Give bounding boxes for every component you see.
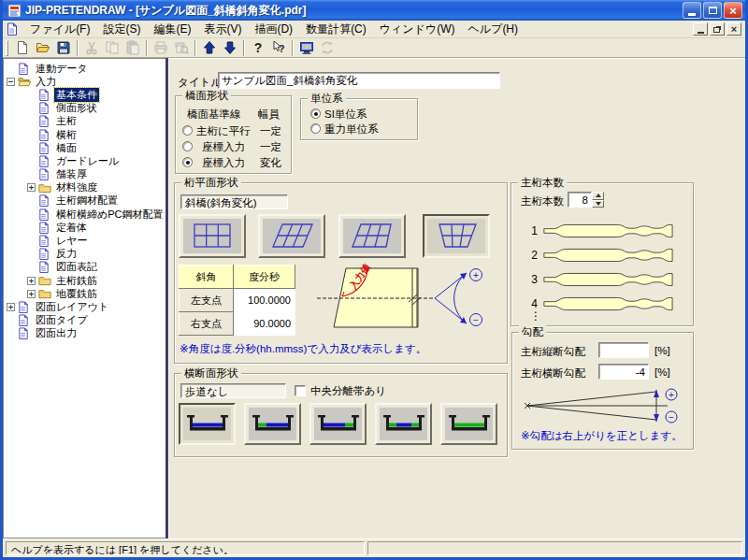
girder-count-input[interactable]: [568, 192, 592, 208]
cross-section-button-0[interactable]: [179, 403, 236, 445]
tree-item-label[interactable]: 地覆鉄筋: [54, 287, 99, 301]
tree-item-label[interactable]: ガードレール: [54, 154, 121, 168]
tree-item-label[interactable]: 連動データ: [34, 62, 90, 76]
tree-item-label[interactable]: 図面表記: [54, 260, 99, 274]
title-input[interactable]: [218, 72, 500, 89]
spinner-down-button[interactable]: [592, 200, 604, 208]
cross-section-button-2[interactable]: [309, 403, 367, 445]
expander-plus-icon[interactable]: +: [27, 183, 36, 192]
tree-item-label[interactable]: 定着体: [54, 221, 89, 235]
tree-item-0[interactable]: 連動データ: [4, 62, 165, 75]
tree-item-label[interactable]: 主桁: [54, 114, 79, 128]
tree-item-label[interactable]: 横桁: [54, 128, 79, 142]
plane-shape-button-0[interactable]: [179, 214, 246, 258]
left-support-value[interactable]: 100.0000: [234, 289, 295, 312]
menu-item-draw[interactable]: 描画(D): [248, 21, 299, 38]
plane-shape-button-2[interactable]: [338, 214, 406, 258]
radio-parallel-label[interactable]: 主桁に平行: [196, 124, 251, 138]
right-support-value[interactable]: 90.0000: [234, 312, 295, 336]
radio-coordinate-constant-label[interactable]: 座標入力: [202, 140, 245, 154]
tree-item-label[interactable]: 横桁横締めPC鋼材配置: [54, 208, 165, 222]
tree-item-15[interactable]: 図面表記: [4, 261, 165, 274]
tree-item-5[interactable]: 横桁: [4, 128, 165, 141]
menu-item-settings[interactable]: 設定(S): [96, 21, 147, 38]
plane-shape-button-1[interactable]: [258, 214, 325, 258]
tree-item-20[interactable]: 図面出力: [4, 327, 165, 340]
tree-item-label[interactable]: 側面形状: [54, 101, 99, 115]
tree-item-label[interactable]: 図面出力: [34, 326, 79, 340]
tree-item-9[interactable]: +材料強度: [4, 181, 165, 194]
maximize-button[interactable]: [703, 2, 722, 19]
menu-item-quantity-calc[interactable]: 数量計算(C): [299, 21, 373, 38]
help-button[interactable]: ?: [248, 39, 268, 57]
save-file-button[interactable]: [53, 39, 74, 57]
expander-plus-icon[interactable]: +: [27, 277, 36, 285]
tree-item-6[interactable]: 橋面: [4, 141, 165, 154]
tree-item-18[interactable]: +図面レイアウト: [4, 300, 165, 313]
tree-item-label[interactable]: 材料強度: [54, 180, 99, 194]
move-up-button[interactable]: [199, 39, 220, 57]
tree-item-4[interactable]: 主桁: [4, 115, 165, 128]
tree-item-17[interactable]: +地覆鉄筋: [4, 287, 165, 300]
tree-item-3[interactable]: 側面形状: [4, 102, 165, 115]
longitudinal-slope-input[interactable]: [598, 342, 649, 358]
close-button[interactable]: ×: [724, 2, 742, 19]
tree-item-label[interactable]: 反力: [54, 247, 79, 261]
transverse-slope-input[interactable]: [598, 364, 649, 380]
menu-item-edit[interactable]: 編集(E): [147, 21, 197, 38]
document-icon[interactable]: [7, 22, 20, 36]
tree-item-1[interactable]: −入力: [4, 75, 165, 88]
radio-parallel-to-girder[interactable]: [182, 125, 193, 136]
menu-item-file[interactable]: ファイル(F): [23, 21, 96, 38]
tree-item-7[interactable]: ガードレール: [4, 154, 165, 167]
tree-item-10[interactable]: 主桁鋼材配置: [4, 194, 165, 208]
expander-plus-icon[interactable]: +: [7, 303, 15, 311]
menu-item-window[interactable]: ウィンドウ(W): [373, 21, 462, 38]
tree-item-label[interactable]: 主桁鉄筋: [54, 274, 99, 288]
tree-item-label[interactable]: 橋面: [54, 141, 79, 155]
tree-item-2[interactable]: 基本条件: [4, 88, 165, 101]
tree-item-12[interactable]: 定着体: [4, 221, 165, 234]
mdi-close-button[interactable]: ×: [726, 22, 741, 36]
tree-item-16[interactable]: +主桁鉄筋: [4, 274, 165, 287]
tree-item-label[interactable]: 図面レイアウト: [34, 300, 110, 314]
mdi-restore-button[interactable]: [710, 22, 725, 36]
tree-item-label[interactable]: レヤー: [54, 234, 90, 248]
tree-item-19[interactable]: 図面タイプ: [4, 314, 165, 327]
tree-item-label[interactable]: 図面タイプ: [34, 313, 90, 327]
context-help-button[interactable]: ?: [268, 39, 289, 57]
expander-minus-icon[interactable]: −: [7, 78, 15, 86]
new-file-button[interactable]: [12, 39, 33, 57]
median-strip-checkbox[interactable]: [295, 385, 306, 396]
median-strip-label[interactable]: 中央分離帯あり: [310, 384, 386, 398]
radio-coordinate-varying-label[interactable]: 座標入力: [202, 156, 245, 170]
radio-si-units-label[interactable]: SI単位系: [324, 108, 367, 122]
plane-shape-button-3[interactable]: [423, 214, 490, 258]
open-file-button[interactable]: [33, 39, 53, 57]
mdi-minimize-button[interactable]: [693, 22, 708, 36]
radio-coordinate-constant[interactable]: [182, 141, 193, 151]
radio-si-units[interactable]: [310, 108, 321, 119]
radio-gravity-units[interactable]: [310, 123, 321, 134]
tree-item-label[interactable]: 主桁鋼材配置: [54, 194, 120, 208]
display-settings-button[interactable]: [296, 39, 317, 57]
menu-item-view[interactable]: 表示(V): [197, 21, 248, 38]
spinner-up-button[interactable]: [592, 192, 604, 200]
expander-plus-icon[interactable]: +: [27, 290, 36, 298]
cross-section-button-4[interactable]: [440, 403, 497, 445]
menu-item-help[interactable]: ヘルプ(H): [462, 21, 525, 38]
tree-item-11[interactable]: 横桁横締めPC鋼材配置: [4, 208, 165, 221]
cross-section-button-1[interactable]: [244, 403, 301, 445]
tree-item-13[interactable]: レヤー: [4, 234, 165, 247]
move-down-button[interactable]: [220, 39, 240, 57]
tree-item-label[interactable]: 基本条件: [54, 88, 99, 102]
tree-item-14[interactable]: 反力: [4, 248, 165, 261]
radio-coordinate-varying[interactable]: [182, 157, 193, 167]
toolbar-grip[interactable]: [6, 40, 8, 56]
tree-item-label[interactable]: 舗装厚: [54, 167, 89, 181]
minimize-button[interactable]: [683, 2, 701, 19]
tree-item-label[interactable]: 入力: [34, 75, 58, 89]
radio-gravity-units-label[interactable]: 重力単位系: [324, 122, 379, 136]
tree-item-8[interactable]: 舗装厚: [4, 168, 165, 181]
cross-section-button-3[interactable]: [375, 403, 432, 445]
